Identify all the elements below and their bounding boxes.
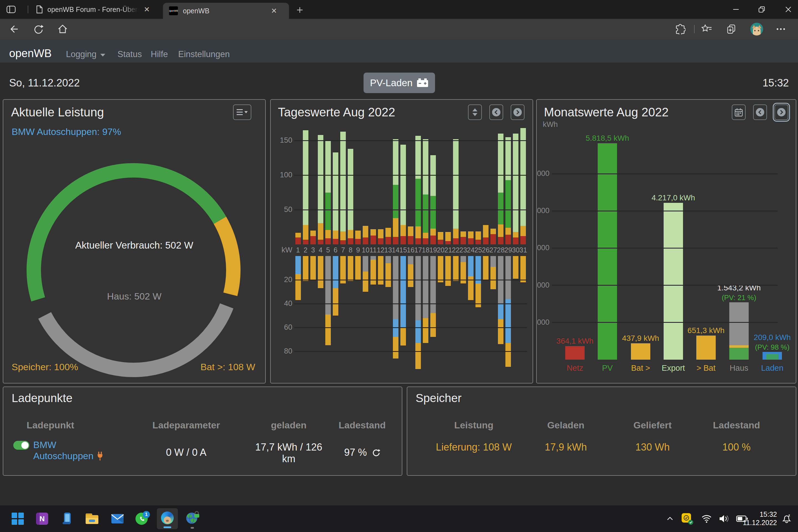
daily-bar-segment [393,218,398,237]
tray-clock[interactable]: 15:32 11.12.2022 [743,510,777,527]
notification-bell-icon[interactable]: z [780,512,793,525]
extensions-icon[interactable] [674,23,686,35]
daily-bar-segment [400,327,406,345]
close-window-button[interactable] [779,0,798,19]
gridline [552,173,778,174]
edge-active-slot[interactable] [157,508,178,529]
daily-bar-segment [506,299,511,343]
bar-value-label: 209,0 kWh [736,333,796,342]
daily-bar-segment [333,239,338,244]
daily-bar-segment [408,256,413,264]
collections-icon[interactable] [725,23,738,35]
profile-avatar[interactable] [750,23,763,36]
daily-bar-segment [303,130,308,225]
refresh-soc-icon[interactable] [372,448,380,457]
y-tick-label: 150 [273,136,292,145]
panel-tageswerte: Tageswerte Aug 2022 12345678910111213141… [270,99,533,383]
daily-bar-segment [408,226,413,236]
daily-bar-segment [363,256,368,271]
reload-icon[interactable] [32,23,44,35]
security-tray-icon[interactable] [681,512,694,525]
daily-bar-segment [491,234,496,245]
tab-openwb-forum[interactable]: openWB Forum - Foren-Übersich ✕ [32,0,159,19]
y-axis-unit-label: kW [273,246,292,254]
browser-titlebar: openWB Forum - Foren-Übersich ✕ openWB o… [0,0,798,19]
nav-logging[interactable]: Logging [66,49,96,59]
panel-title: Speicher [416,392,462,405]
house-power-label: Haus: 502 W [3,291,265,302]
nav-einstellungen[interactable]: Einstellungen [178,49,230,59]
monthly-bar [664,203,683,360]
volume-icon[interactable] [718,512,731,525]
y-axis-unit-label: kWh [543,120,558,129]
close-tab-icon[interactable]: ✕ [271,7,277,15]
daily-bar-segment [498,304,504,319]
daily-bar-segment [348,238,353,245]
daily-bar-segment [460,237,466,245]
daily-bar-segment [296,256,301,274]
tab-openwb-active[interactable]: openWB openWB ✕ [163,3,289,19]
chevron-down-icon[interactable] [100,54,105,57]
tray-date: 11.12.2022 [743,518,777,527]
daily-bar-segment [506,343,511,367]
chargepoint-name-link[interactable]: BMW Autoschuppen [33,439,105,461]
y-tick-label: 1000 [536,318,558,327]
daily-bar-segment [506,235,511,244]
daily-bar-segment [460,256,466,262]
settings-menu-icon[interactable] [775,23,787,35]
daily-bar-segment [355,239,361,244]
onenote-icon[interactable]: N [36,512,49,525]
y-tick-label: 5000 [536,169,558,178]
daily-bar-segment [475,231,481,240]
wifi-icon[interactable] [701,512,712,525]
mail-icon[interactable] [111,512,124,525]
daily-bar-segment [370,235,376,245]
web-shortcut-icon[interactable] [186,512,199,525]
tab-actions-icon[interactable] [5,4,17,14]
table-row: BMW Autoschuppen [13,439,105,461]
whatsapp-icon[interactable]: 1 [135,512,149,525]
phone-link-icon[interactable] [60,512,74,525]
daily-bar-segment [340,240,346,244]
daily-bar-segment [363,226,368,238]
file-explorer-icon[interactable] [86,512,99,525]
favorites-icon[interactable] [701,23,712,35]
back-icon[interactable] [8,23,20,35]
daily-bar-segment [445,241,451,245]
windows-taskbar: N 1 [0,506,798,532]
charge-mode-button[interactable]: PV-Laden [363,73,435,93]
monthly-bar [696,336,716,360]
daily-bar-segment [400,225,406,236]
daily-bar-segment [400,256,406,327]
daily-bar-segment [408,236,413,244]
screen: openWB Forum - Foren-Übersich ✕ openWB o… [0,0,798,532]
daily-bar-segment [415,179,421,227]
daily-bar-segment [303,240,308,245]
chargepoint-toggle[interactable] [13,441,30,450]
storage-charged-value: 17,9 kWh [516,441,616,453]
daily-bar-segment [453,256,459,281]
notification-badge: 1 [143,511,150,518]
daily-bar-segment [393,185,398,218]
daily-bar-segment [400,236,406,244]
gridline [552,322,778,323]
daily-bar-segment [430,229,436,235]
nav-status[interactable]: Status [117,49,142,59]
daily-bar-segment [506,180,511,228]
y-tick-label: 4000 [536,206,558,215]
daily-bar-segment [378,229,383,238]
tray-overflow-chevron[interactable] [664,512,676,525]
panel-speicher: Speicher Leistung Geladen Geliefert Lade… [407,386,796,476]
close-tab-icon[interactable]: ✕ [144,5,150,14]
restore-button[interactable] [753,0,771,19]
new-tab-icon[interactable] [294,5,305,15]
daily-bar-segment [498,193,504,225]
start-button[interactable] [11,512,24,525]
daily-bar-segment [348,230,353,238]
daily-bar-segment [385,228,391,237]
minimize-button[interactable] [727,0,745,19]
daily-bar-segment [423,256,429,318]
nav-hilfe[interactable]: Hilfe [151,49,168,59]
home-icon[interactable] [57,23,69,35]
gridline [552,248,778,249]
